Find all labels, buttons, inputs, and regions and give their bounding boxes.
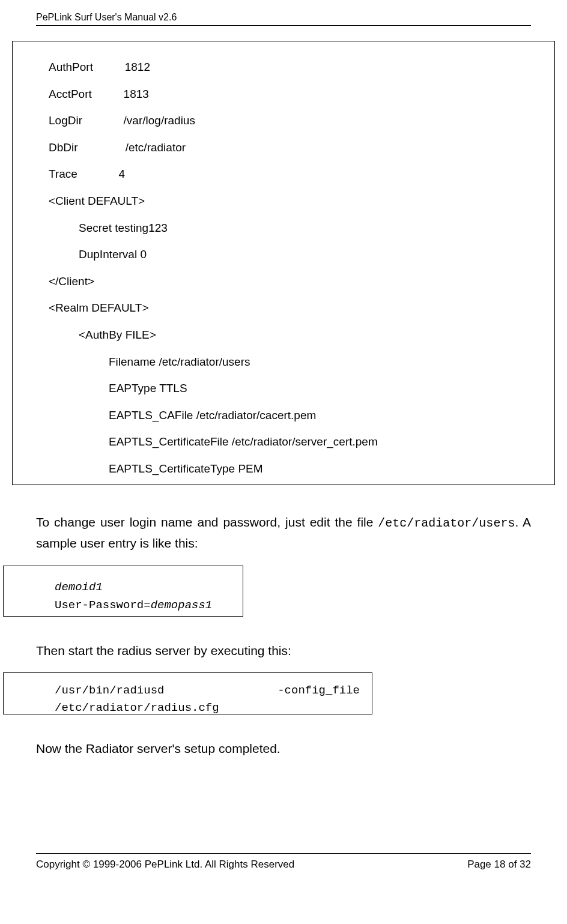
user-id: demoid1 <box>55 578 219 596</box>
config-line: EAPTLS_CertificateFile /etc/radiator/ser… <box>49 434 518 450</box>
config-line: <Client DEFAULT> <box>49 193 518 210</box>
config-line: Filename /etc/radiator/users <box>49 354 518 370</box>
command-line: /etc/radiator/radius.cfg <box>55 699 360 715</box>
page-container: PePLink Surf User's Manual v2.6 AuthPort… <box>0 0 567 889</box>
page-header: PePLink Surf User's Manual v2.6 <box>36 12 531 26</box>
text-span: User-Password= <box>55 599 151 612</box>
user-password-line: User-Password=demopass1 <box>55 596 219 614</box>
user-entry-box: demoid1 User-Password=demopass1 <box>3 566 243 617</box>
config-line: EAPType TTLS <box>49 381 518 397</box>
password-value: demopass1 <box>151 599 213 612</box>
text-span: To change user login name and password, … <box>36 515 378 529</box>
page-number: Page 18 of 32 <box>467 859 531 871</box>
config-line: EAPTLS_CAFile /etc/radiator/cacert.pem <box>49 408 518 424</box>
copyright-text: Copyright © 1999-2006 PePLink Ltd. All R… <box>36 859 294 871</box>
config-line: <Realm DEFAULT> <box>49 300 518 316</box>
config-line: </Client> <box>49 274 518 290</box>
config-line: EAPTLS_CertificateType PEM <box>49 461 518 477</box>
file-path: /etc/radiator/users <box>378 516 515 530</box>
command-flag: -config_file <box>277 682 360 699</box>
config-line: DbDir /etc/radiator <box>49 140 518 156</box>
command-box: /usr/bin/radiusd -config_file /etc/radia… <box>3 672 372 714</box>
config-line: Secret testing123 <box>49 220 518 237</box>
command-line: /usr/bin/radiusd -config_file <box>55 682 360 699</box>
paragraph-edit-users: To change user login name and password, … <box>36 512 531 554</box>
config-line: Trace 4 <box>49 166 518 183</box>
command-path: /usr/bin/radiusd <box>55 682 164 699</box>
paragraph-complete: Now the Radiator server's setup complete… <box>36 738 531 759</box>
config-code-box: AuthPort 1812 AcctPort 1813 LogDir /var/… <box>12 41 555 485</box>
config-line: DupInterval 0 <box>49 247 518 263</box>
config-line: AuthPort 1812 <box>49 59 518 76</box>
config-line: AcctPort 1813 <box>49 86 518 103</box>
config-line: LogDir /var/log/radius <box>49 113 518 129</box>
page-footer: Copyright © 1999-2006 PePLink Ltd. All R… <box>36 853 531 871</box>
config-line: <AuthBy FILE> <box>49 327 518 343</box>
paragraph-start-server: Then start the radius server by executin… <box>36 641 531 661</box>
